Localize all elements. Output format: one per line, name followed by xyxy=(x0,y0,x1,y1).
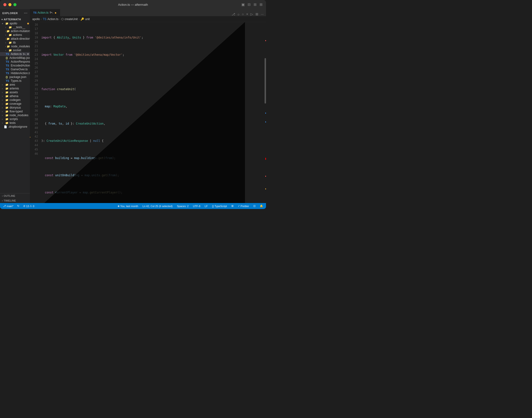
scrollbar-track[interactable] xyxy=(263,22,266,203)
explorer-more-icon[interactable]: ··· xyxy=(24,11,27,15)
breadcrumb-sep: › xyxy=(41,17,42,21)
sidebar-item-gameover[interactable]: TS GameOver.ts xyxy=(0,68,30,71)
sidebar-item-node-modules[interactable]: › 📁 node_modules xyxy=(0,113,30,117)
sidebar-item-codegen[interactable]: › 📁 codegen xyxy=(0,98,30,102)
chevron-right-icon: › xyxy=(2,122,5,124)
sidebar-item-types[interactable]: TS Types.ts xyxy=(0,79,30,83)
folder-icon: 📁 xyxy=(5,121,9,125)
sidebar-item-dropboxignore[interactable]: 📄 .dropboxignore xyxy=(0,125,30,129)
code-line-16: import { Ability, Units } from '@deities… xyxy=(41,35,263,40)
sync-icon: ↻ xyxy=(17,204,19,208)
sidebar-item-athena[interactable]: › 📁 athena xyxy=(0,94,30,98)
sidebar: EXPLORER ··· ▾ AFTERMATH ▾ 📁 apollo › 📁 … xyxy=(0,9,30,203)
layout-icon[interactable]: ⊟ xyxy=(248,2,251,7)
status-bar-right: ◈ You, last month Ln 42, Col 25 (6 selec… xyxy=(117,203,264,209)
sidebar-item-dionysus[interactable]: › 📁 dionysus xyxy=(0,106,30,110)
breadcrumb-apollo[interactable]: apollo xyxy=(32,17,40,21)
status-git-branch[interactable]: ⎇ main* xyxy=(2,203,14,209)
sidebar-item-flow-typed[interactable]: › 📁 flow-typed xyxy=(0,110,30,113)
sidebar-item-socket[interactable]: › 📁 socket xyxy=(0,48,30,52)
item-label: .dropboxignore xyxy=(8,125,27,128)
run-icon[interactable]: ▷ xyxy=(250,12,253,16)
breadcrumb-createunit[interactable]: createUnit xyxy=(65,17,78,21)
tab-action-ts[interactable]: TS Action.ts 9+, ● xyxy=(30,9,60,16)
sidebar-timeline[interactable]: › TIMELINE xyxy=(0,198,30,203)
prettier-icon: ✓ xyxy=(238,204,240,208)
breadcrumb-ts-badge: TS xyxy=(43,17,46,21)
grid-icon[interactable]: ⊞ xyxy=(260,2,263,7)
status-feedback[interactable]: ⊡ xyxy=(252,203,256,209)
titlebar-right-icons[interactable]: ▣ ⊟ ⊞ ⊞ xyxy=(241,2,263,7)
scroll-marker-warning2 xyxy=(265,188,266,189)
ln-46: 46 xyxy=(30,151,38,156)
split-editor-icon[interactable]: ⊞ xyxy=(256,12,258,16)
code-editor[interactable]: 16 17 18 19 20 21 22 23 24 25 26 27 28 2… xyxy=(30,22,266,203)
close-button[interactable] xyxy=(3,3,6,6)
sidebar-item-assets[interactable]: › 📁 assets xyxy=(0,90,30,94)
status-encoding[interactable]: UTF-8 xyxy=(192,203,201,209)
status-format-icon[interactable]: ⊞ xyxy=(230,203,235,209)
maximize-button[interactable] xyxy=(13,3,16,6)
var-unitonbuilding: unitOnBuilding xyxy=(55,173,79,177)
minimize-button[interactable] xyxy=(8,3,11,6)
code-line-24: const unitOnBuilding = map.units.get(fro… xyxy=(41,173,263,177)
sidebar-item-coverage[interactable]: › 📁 coverage xyxy=(0,102,30,106)
item-label: codegen xyxy=(10,98,21,102)
search-icon[interactable]: ⌕ xyxy=(238,12,239,16)
status-spaces[interactable]: Spaces: 2 xyxy=(176,203,190,209)
scroll-thumb[interactable] xyxy=(265,58,266,103)
ts-file-icon: TS xyxy=(6,53,9,56)
more-icon[interactable]: ··· xyxy=(261,12,264,16)
item-label: ActionResponse.ts xyxy=(11,60,30,63)
warning-icon: ⚠ xyxy=(30,204,32,208)
code-line-18 xyxy=(41,70,263,74)
sidebar-item-lib[interactable]: › 📁 lib xyxy=(0,41,30,45)
sidebar-item-actions[interactable]: › 📁 actions xyxy=(0,33,30,37)
chevron-right-icon: › xyxy=(2,87,5,90)
sidebar-item-packagejson[interactable]: {} package.json xyxy=(0,75,30,79)
tab-badge: 9+, xyxy=(50,11,53,14)
folder-icon: 📁 xyxy=(5,102,9,105)
status-sync[interactable]: ↻ xyxy=(16,203,20,209)
chevron-down-icon: ▾ xyxy=(1,18,3,21)
sidebar-item-apollo[interactable]: ▾ 📁 apollo xyxy=(0,22,30,25)
status-prettier[interactable]: ✓ Prettier xyxy=(237,203,250,209)
sidebar-item-ares[interactable]: › 📁 ares xyxy=(0,83,30,87)
item-label: ares xyxy=(10,83,15,86)
sidebar-section-aftermath[interactable]: ▾ AFTERMATH xyxy=(0,17,30,22)
tab-right-icons: ⎇ ⌕ ○ × ▷ ⊞ ··· xyxy=(232,12,266,16)
code-content[interactable]: import { Ability, Units } from '@deities… xyxy=(40,22,263,203)
sidebar-item-attack-direction[interactable]: › 📁 attack-direction xyxy=(0,37,30,41)
status-position[interactable]: Ln 42, Col 25 (6 selected) xyxy=(141,203,173,209)
status-eol[interactable]: LF xyxy=(204,203,209,209)
sidebar-bottom: › OUTLINE › TIMELINE xyxy=(0,193,30,203)
sidebar-item-action-mutators[interactable]: › 📁 action-mutators xyxy=(0,29,30,33)
sidebar-outline[interactable]: › OUTLINE xyxy=(0,193,30,198)
item-label: __tests__ xyxy=(13,26,25,29)
sidebar-item-actionidmap[interactable]: {} ActionIdMap.json xyxy=(0,56,30,60)
sidebar-item-tests-root[interactable]: › 📁 tests xyxy=(0,121,30,125)
source-control-icon[interactable]: ⎇ xyxy=(232,12,235,16)
sidebar-item-tests[interactable]: › 📁 __tests__ xyxy=(0,25,30,29)
sidebar-item-action-ts[interactable]: TS Action.ts 9+, M xyxy=(0,52,30,56)
pin-icon[interactable]: ○ xyxy=(242,12,244,16)
ln-19: 19 xyxy=(30,35,38,40)
var-from3: from xyxy=(109,173,116,177)
sidebar-icon[interactable]: ▣ xyxy=(241,2,245,7)
breadcrumb-unit[interactable]: unit xyxy=(85,17,90,21)
sidebar-item-node-modules-inner[interactable]: › 📁 node_modules xyxy=(0,45,30,48)
status-notification[interactable]: 🔔 xyxy=(259,203,264,209)
status-language[interactable]: {} TypeScript xyxy=(211,203,228,209)
window-controls[interactable] xyxy=(3,3,16,6)
sidebar-item-artemis[interactable]: › 📁 artemis xyxy=(0,87,30,90)
status-author[interactable]: ◈ You, last month xyxy=(117,203,139,209)
sidebar-item-scripts[interactable]: › 📁 scripts xyxy=(0,117,30,121)
sidebar-item-encodedactions[interactable]: TS EncodedActions.ts xyxy=(0,64,30,68)
json-file-icon: {} xyxy=(6,76,8,78)
breadcrumb-actionts[interactable]: Action.ts xyxy=(47,17,58,21)
split-icon[interactable]: ⊞ xyxy=(254,2,257,7)
status-errors[interactable]: ⊘ 13 ⚠ 0 xyxy=(22,203,35,209)
close-icon[interactable]: × xyxy=(246,12,248,16)
sidebar-item-hiddenaction[interactable]: TS HiddenAction.ts xyxy=(0,71,30,75)
sidebar-item-actionresponse[interactable]: TS ActionResponse.ts xyxy=(0,60,30,64)
